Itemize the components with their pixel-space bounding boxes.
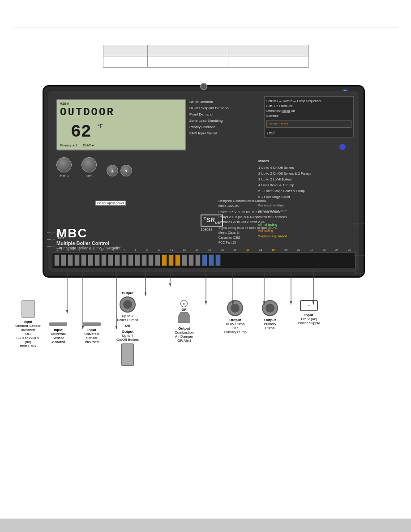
lcd-main-text: OUTDOOR xyxy=(60,106,115,118)
power-label: 115 V (ac) Power Supply xyxy=(298,317,320,325)
boiler-label: Boiler xyxy=(56,232,65,236)
outdoor-or: OR xyxy=(26,332,31,336)
rl-ems-signal: EMS Input Signal xyxy=(189,130,261,137)
term-19: 19 xyxy=(272,249,275,251)
device-housing: VIEW OUTDOOR 62 °F Primary ● 1 DHW ● Boi… xyxy=(43,85,365,278)
terminal-20 xyxy=(182,254,187,266)
us2-input-title: Input xyxy=(87,328,96,332)
dhw-label: DHW ● xyxy=(83,143,94,147)
boiler-rectangle-icon xyxy=(121,343,134,366)
term-18: 18 xyxy=(259,249,262,251)
down-arrow-button[interactable]: ▼ xyxy=(120,165,132,176)
term-9: 9 xyxy=(146,249,147,251)
terminal-25 xyxy=(215,254,221,266)
device-buttons: Menu Item ▲ ▼ xyxy=(56,157,132,178)
alert-speaker-icon xyxy=(178,312,190,323)
dhw-label: DHW Pump OR Primary Pump xyxy=(224,322,247,334)
bottom-bar xyxy=(0,519,411,532)
terminal-23 xyxy=(202,254,207,266)
power-supply-icon: ~ xyxy=(300,300,318,311)
dhw-line1: DHW Pump xyxy=(226,322,244,326)
term-13: 13 xyxy=(196,249,199,251)
universal-sensor-2-icon xyxy=(83,322,101,326)
dhw-line2: OR xyxy=(232,326,238,330)
item-button-group[interactable]: Item xyxy=(81,157,97,178)
primary-pump-icon xyxy=(262,300,278,316)
terminal-17 xyxy=(162,254,167,266)
menu-button-group[interactable]: Menu xyxy=(56,157,72,178)
universal-sensor-2-section: Input Universal Sensor Included xyxy=(83,322,101,344)
boilers-label: Up to 4 On/Off Boilers xyxy=(116,334,139,342)
ems-exercise: Exercise xyxy=(266,113,351,118)
power-line2: Power Supply xyxy=(298,321,320,325)
table-header-3 xyxy=(228,45,309,56)
us1-input-title: Input xyxy=(54,328,63,332)
outdoor-ems: from EMS xyxy=(20,344,36,348)
top-rule xyxy=(13,27,398,27)
power-input-title: Input xyxy=(298,313,320,317)
terminal-numbers: 1 2 3 4 5 6 7 8 9 10 11 12 13 14 15 16 1… xyxy=(56,249,351,251)
menu-button-label: Menu xyxy=(60,174,68,178)
term-20: 20 xyxy=(284,249,287,251)
power-line1: 115 V (ac) xyxy=(300,317,317,321)
comb-line1: Combustion xyxy=(175,330,194,335)
terminal-24 xyxy=(209,254,214,266)
outdoor-sensor-label: Input Outdoor Sensor Included OR 0-10 or… xyxy=(13,320,43,348)
us2-line2: Sensor xyxy=(86,336,97,340)
terminal-22 xyxy=(195,254,201,266)
device-title: Multiple Boiler Control xyxy=(56,240,120,246)
lcd-temperature: 62 xyxy=(71,122,91,142)
comb-or: OR xyxy=(175,308,194,311)
table-cell-3 xyxy=(228,56,309,68)
term-23: 23 xyxy=(323,249,326,251)
m-circle: M xyxy=(180,300,188,307)
spec-power2: Relays 230 V (ac) 5 A 1/3 hp xyxy=(218,215,281,219)
output-combustion: M OR Output Combustion Air Damper OR Ale… xyxy=(175,300,194,343)
comb-line2: Air Damper xyxy=(175,335,193,339)
ems-setback: SetBack — Rotate — Pump Sequencer xyxy=(266,99,351,103)
lcd-bottom-labels: Primary ● 1 DHW ● xyxy=(60,143,94,147)
menu-button[interactable] xyxy=(56,157,72,172)
up-arrow-button[interactable]: ▲ xyxy=(107,165,118,176)
universal-sensor-1-label: Input Universal Sensor Included xyxy=(49,328,67,344)
rl-boiler-demand: Boiler Demand xyxy=(189,99,261,105)
spec-fcc: FCC Part 15 xyxy=(218,240,281,245)
item-button[interactable] xyxy=(81,157,97,172)
us2-line1: Universal xyxy=(84,332,99,336)
rl-zone-load: Zone Load Shedding xyxy=(189,118,261,124)
mode-4: 4 Lo/Hi Boiler & 1 Pump xyxy=(258,182,352,188)
rl-priority: Priority Override xyxy=(189,124,261,130)
term-5: 5 xyxy=(101,249,103,251)
comb-line3: OR Alert xyxy=(177,339,191,343)
universal-sensor-1-icon xyxy=(49,322,67,326)
term-4: 4 xyxy=(90,249,91,251)
boiler-bus-label: Boiler Bus → → → xyxy=(56,232,65,258)
bp-line2: Boiler Pumps xyxy=(117,318,138,322)
terminal-16 xyxy=(155,254,160,266)
spec-table xyxy=(103,45,309,68)
outdoor-input-title: Input xyxy=(24,320,33,324)
terminal-9 xyxy=(108,254,113,266)
spec-tektra: tektra 1020-04 xyxy=(218,203,281,208)
terminal-10 xyxy=(115,254,120,266)
bus-arrow-3: → xyxy=(56,253,65,258)
input-power-supply: ~ Input 115 V (ac) Power Supply xyxy=(298,300,320,325)
terminal-6 xyxy=(88,254,93,266)
test-dot-indicator xyxy=(339,144,346,150)
mode-3: 3 Up to 2 Lo/Hi Boilers xyxy=(258,176,352,182)
table-header-1 xyxy=(103,45,148,56)
term-2: 2 xyxy=(68,249,69,251)
term-21: 21 xyxy=(297,249,300,251)
spec-meets: Meets Class B: xyxy=(218,230,281,235)
specs-area: Designed & assembled in Canada tektra 10… xyxy=(218,198,281,245)
term-22: 22 xyxy=(310,249,313,251)
mount-hole xyxy=(200,83,207,90)
no-power-label: Do not apply power xyxy=(95,201,126,206)
terminal-12 xyxy=(128,254,133,266)
term-24: 24 xyxy=(335,249,338,251)
outdoor-included: Included xyxy=(21,328,34,332)
right-label-panel: Boiler Demand DHW / Setpoint Demand Proo… xyxy=(189,99,261,137)
ems-off: EMS Off Fixed Loc xyxy=(266,103,351,108)
arrow-buttons-group[interactable]: ▲ ▼ xyxy=(107,165,132,178)
m-label: M xyxy=(175,300,194,307)
